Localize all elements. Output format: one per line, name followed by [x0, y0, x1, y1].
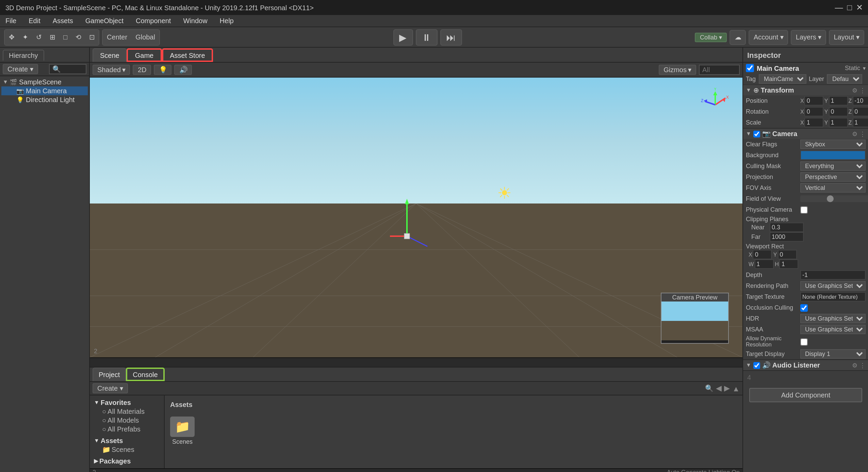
list-item[interactable]: 📷 Main Camera: [1, 86, 88, 95]
tab-project[interactable]: Project: [93, 368, 126, 381]
rotation-z-input[interactable]: [852, 107, 868, 116]
scene-search-input[interactable]: [699, 65, 740, 75]
transform-settings-icon[interactable]: ⚙: [852, 87, 857, 94]
scale-x-input[interactable]: [805, 118, 824, 127]
vp-x-input[interactable]: [753, 250, 772, 259]
depth-input[interactable]: [800, 270, 866, 280]
add-component-button[interactable]: Add Component: [749, 388, 862, 402]
msaa-select[interactable]: Use Graphics Settings: [800, 325, 866, 334]
tab-asset-store[interactable]: Asset Store: [162, 48, 213, 62]
camera-settings-icon[interactable]: ⚙: [852, 130, 857, 137]
list-item[interactable]: ▼ 🎬 SampleScene: [1, 78, 88, 86]
space-button[interactable]: Global: [131, 30, 159, 45]
audio-listener-header[interactable]: ▼ 🔊 Audio Listener ⚙ ⋮: [743, 360, 868, 370]
static-dropdown-icon[interactable]: ▾: [863, 65, 866, 71]
shaded-button[interactable]: Shaded ▾: [93, 65, 130, 75]
vp-h-input[interactable]: [780, 259, 799, 269]
project-create-button[interactable]: Create ▾: [93, 383, 128, 393]
cloud-button[interactable]: ☁: [730, 30, 746, 45]
rect-tool[interactable]: □: [59, 30, 71, 45]
vp-y-input[interactable]: [777, 250, 797, 259]
audio-settings-icon[interactable]: ⚙: [852, 362, 857, 369]
projection-select[interactable]: Perspective: [800, 172, 866, 182]
move-tool[interactable]: ✦: [18, 30, 32, 45]
object-active-checkbox[interactable]: [746, 64, 754, 72]
tree-item[interactable]: ○ All Materials: [93, 407, 161, 416]
rendering-path-select[interactable]: Use Graphics Settings: [800, 281, 866, 291]
tree-item[interactable]: ▶ Packages: [93, 457, 161, 466]
transform-tool[interactable]: ⟲: [71, 30, 85, 45]
tree-item[interactable]: 📁 Scenes: [93, 445, 161, 454]
list-item[interactable]: 💡 Directional Light: [1, 95, 88, 104]
menu-help[interactable]: Help: [217, 17, 236, 25]
camera-context-icon[interactable]: ⋮: [859, 130, 866, 137]
layers-button[interactable]: Layers ▾: [791, 30, 826, 45]
layout-button[interactable]: Layout ▾: [829, 30, 864, 45]
account-button[interactable]: Account ▾: [749, 30, 788, 45]
tab-console[interactable]: Console: [126, 368, 164, 381]
tree-item[interactable]: ○ All Prefabs: [93, 425, 161, 434]
pause-button[interactable]: ⏸: [415, 29, 437, 45]
menu-window[interactable]: Window: [180, 17, 210, 25]
rotation-x-input[interactable]: [805, 107, 824, 116]
transform-context-icon[interactable]: ⋮: [859, 87, 866, 94]
camera-enabled-checkbox[interactable]: [753, 130, 760, 137]
audio-button[interactable]: 🔊: [175, 65, 192, 75]
clear-flags-select[interactable]: Skybox: [800, 140, 866, 149]
rotate-tool[interactable]: ↺: [32, 30, 46, 45]
menu-file[interactable]: File: [3, 17, 19, 25]
near-input[interactable]: [770, 223, 804, 232]
target-texture-input[interactable]: [800, 292, 866, 302]
tab-game[interactable]: Game: [127, 48, 162, 62]
menu-gameobject[interactable]: GameObject: [83, 17, 126, 25]
scale-tool[interactable]: ⊞: [46, 30, 59, 45]
audio-listener-checkbox[interactable]: [753, 362, 760, 369]
fov-slider[interactable]: [800, 195, 868, 202]
tree-item[interactable]: ○ All Models: [93, 416, 161, 425]
tab-scene[interactable]: Scene: [93, 48, 127, 62]
step-button[interactable]: ⏭: [440, 29, 462, 45]
nav-back-icon[interactable]: ◀: [716, 384, 721, 393]
layer-select[interactable]: Default: [827, 74, 862, 84]
camera-header[interactable]: ▼ 📷 Camera ⚙ ⋮: [743, 129, 868, 139]
hand-tool[interactable]: ✥: [5, 30, 18, 45]
occlusion-culling-checkbox[interactable]: [800, 304, 808, 311]
hierarchy-tab[interactable]: Hierarchy: [3, 49, 44, 60]
position-z-input[interactable]: [852, 96, 868, 105]
allow-dynamic-checkbox[interactable]: [800, 338, 808, 345]
custom-tool[interactable]: ⊡: [85, 30, 99, 45]
play-button[interactable]: ▶: [393, 29, 413, 45]
target-display-select[interactable]: Display 1: [800, 349, 866, 359]
menu-edit[interactable]: Edit: [26, 17, 43, 25]
lighting-button[interactable]: 💡: [154, 65, 172, 75]
2d-button[interactable]: 2D: [133, 65, 151, 75]
background-color[interactable]: [800, 150, 866, 160]
scene-view[interactable]: ☀ X Y Z: [90, 78, 742, 357]
vp-w-input[interactable]: [754, 259, 773, 269]
nav-fwd-icon[interactable]: ▶: [724, 384, 730, 393]
pivot-button[interactable]: Center: [103, 30, 131, 45]
menu-assets[interactable]: Assets: [50, 17, 76, 25]
position-x-input[interactable]: [805, 96, 824, 105]
fov-axis-select[interactable]: Vertical: [800, 183, 866, 193]
hdr-select[interactable]: Use Graphics Settings: [800, 314, 866, 323]
menu-component[interactable]: Component: [133, 17, 174, 25]
hierarchy-search-input[interactable]: [49, 64, 86, 74]
tree-item[interactable]: ▼ Favorites: [93, 398, 161, 407]
scale-y-input[interactable]: [829, 118, 848, 127]
transform-header[interactable]: ▼ ⊕ Transform ⚙ ⋮: [743, 85, 868, 95]
position-y-input[interactable]: [829, 96, 848, 105]
hierarchy-create-button[interactable]: Create ▾: [3, 64, 38, 74]
tag-select[interactable]: MainCamera: [758, 74, 806, 84]
audio-context-icon[interactable]: ⋮: [859, 362, 866, 369]
rotation-y-input[interactable]: [829, 107, 848, 116]
far-input[interactable]: [770, 232, 804, 242]
scene-orientation-gizmo[interactable]: X Y Z: [698, 88, 732, 122]
close-button[interactable]: ✕: [856, 3, 863, 12]
culling-mask-select[interactable]: Everything: [800, 161, 866, 171]
tree-item[interactable]: ▼ Assets: [93, 436, 161, 445]
minimize-button[interactable]: —: [835, 3, 843, 12]
list-item[interactable]: 📁 Scenes: [170, 417, 195, 445]
scale-z-input[interactable]: [852, 118, 868, 127]
nav-up-icon[interactable]: ▲: [732, 384, 740, 392]
